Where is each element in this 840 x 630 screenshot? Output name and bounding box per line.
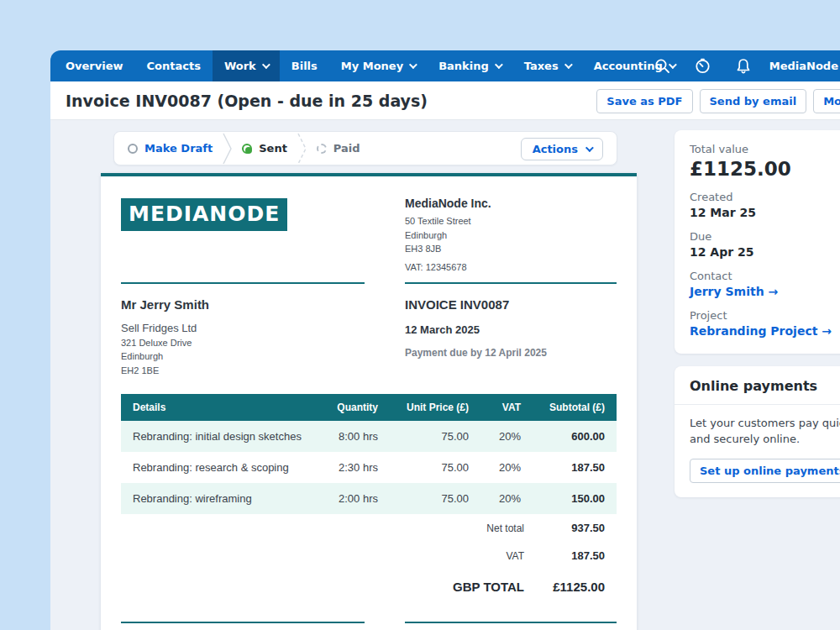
step-separator bbox=[223, 133, 232, 165]
invoice-due-text: Payment due by 12 April 2025 bbox=[405, 347, 617, 359]
divider bbox=[405, 622, 617, 623]
send-by-email-button[interactable]: Send by email bbox=[700, 89, 807, 113]
project-label: Project bbox=[690, 309, 840, 322]
online-payments-text: Let your customers pay quickly and secur… bbox=[675, 405, 840, 448]
invoice-document: MEDIANODE MediaNode Inc. 50 Textile Stre… bbox=[101, 173, 637, 630]
contact-label: Contact bbox=[690, 270, 840, 282]
company-address-line: EH3 8JB bbox=[405, 242, 617, 256]
nav-item-contacts[interactable]: Contacts bbox=[135, 50, 213, 81]
table-header-row: Details Quantity Unit Price (£) VAT Subt… bbox=[121, 394, 617, 421]
created-label: Created bbox=[690, 191, 840, 203]
top-nav: Overview Contacts Work Bills My Money Ba… bbox=[50, 50, 840, 81]
chevron-down-icon bbox=[409, 60, 417, 69]
online-payments-heading: Online payments bbox=[675, 366, 840, 405]
step-sent: Sent bbox=[242, 142, 287, 155]
step-separator-dashed bbox=[297, 133, 307, 165]
nav-item-bills[interactable]: Bills bbox=[280, 50, 329, 81]
company-logo: MEDIANODE bbox=[121, 198, 287, 231]
nav-item-my-money[interactable]: My Money bbox=[329, 50, 427, 81]
nav-right-group: MediaNode bbox=[648, 50, 840, 81]
account-menu[interactable]: MediaNode bbox=[769, 60, 838, 72]
online-payments-card: Online payments Let your customers pay q… bbox=[675, 366, 840, 497]
step-make-draft[interactable]: Make Draft bbox=[128, 142, 213, 155]
col-quantity: Quantity bbox=[314, 394, 390, 421]
project-link[interactable]: Rebranding Project → bbox=[690, 324, 840, 338]
actions-dropdown-button[interactable]: Actions bbox=[521, 138, 603, 160]
save-as-pdf-button[interactable]: Save as PDF bbox=[596, 89, 692, 113]
chevron-down-icon bbox=[495, 60, 503, 69]
bell-icon[interactable] bbox=[729, 50, 758, 81]
page-header: Invoice INV0087 (Open - due in 25 days) … bbox=[50, 81, 840, 120]
table-row: Rebranding: wireframing 2:00 hrs 75.00 2… bbox=[121, 483, 617, 514]
recipient-name: Mr Jerry Smith bbox=[121, 297, 365, 312]
invoice-parties-row: Mr Jerry Smith Sell Fridges Ltd 321 Delu… bbox=[121, 284, 617, 378]
table-row: Rebranding: research & scoping 2:30 hrs … bbox=[121, 452, 617, 483]
chevron-down-icon bbox=[585, 144, 594, 152]
header-buttons: Save as PDF Send by email Mo bbox=[596, 89, 840, 113]
timer-icon[interactable] bbox=[689, 50, 717, 81]
col-details: Details bbox=[121, 394, 314, 421]
chevron-down-icon bbox=[564, 60, 573, 69]
recipient-address-line: EH2 1BE bbox=[121, 364, 365, 378]
table-row: Rebranding: initial design sketches 8:00… bbox=[121, 421, 617, 452]
recipient-address-line: 321 Deluxe Drive bbox=[121, 336, 365, 350]
grand-total-row: GBP TOTAL £1125.00 bbox=[121, 570, 617, 601]
created-value: 12 Mar 25 bbox=[690, 206, 840, 219]
search-icon[interactable] bbox=[648, 50, 677, 81]
col-unit-price: Unit Price (£) bbox=[390, 394, 480, 421]
status-stepper: Make Draft Sent Paid Actions bbox=[113, 131, 617, 165]
col-vat: VAT bbox=[480, 394, 533, 421]
divider bbox=[121, 622, 365, 623]
nav-item-taxes[interactable]: Taxes bbox=[512, 50, 582, 81]
company-vat: VAT: 12345678 bbox=[405, 262, 617, 272]
due-label: Due bbox=[690, 230, 840, 243]
contact-link[interactable]: Jerry Smith → bbox=[690, 285, 840, 298]
due-value: 12 Apr 25 bbox=[690, 245, 840, 259]
invoice-footer-row: Payment Details NatWest Business Banking… bbox=[121, 622, 617, 630]
invoice-date: 12 March 2025 bbox=[405, 323, 617, 336]
invoice-summary-card: Total value £1125.00 Created 12 Mar 25 D… bbox=[675, 130, 840, 354]
draft-circle-icon bbox=[128, 144, 138, 154]
invoice-number-title: INVOICE INV0087 bbox=[405, 297, 617, 312]
step-paid: Paid bbox=[317, 142, 360, 155]
paid-circle-icon bbox=[317, 144, 327, 154]
recipient-company: Sell Fridges Ltd bbox=[121, 322, 365, 334]
chevron-down-icon bbox=[262, 60, 270, 69]
nav-item-overview[interactable]: Overview bbox=[54, 50, 135, 81]
setup-online-payments-button[interactable]: Set up online payments bbox=[690, 459, 840, 483]
company-name: MediaNode Inc. bbox=[405, 197, 617, 210]
total-value-amount: £1125.00 bbox=[690, 158, 840, 180]
sidebar: Total value £1125.00 Created 12 Mar 25 D… bbox=[675, 130, 840, 497]
more-button[interactable]: Mo bbox=[813, 89, 840, 113]
company-address-line: Edinburgh bbox=[405, 228, 617, 243]
page-title: Invoice INV0087 (Open - due in 25 days) bbox=[66, 92, 428, 110]
line-items-table: Details Quantity Unit Price (£) VAT Subt… bbox=[121, 394, 617, 514]
net-total-row: Net total 937.50 bbox=[121, 514, 617, 542]
recipient-address-line: Edinburgh bbox=[121, 349, 365, 364]
vat-total-row: VAT 187.50 bbox=[121, 542, 617, 570]
total-value-label: Total value bbox=[690, 143, 840, 155]
company-address-line: 50 Textile Street bbox=[405, 214, 617, 228]
app-window: Overview Contacts Work Bills My Money Ba… bbox=[50, 50, 840, 630]
sent-radio-icon bbox=[242, 144, 252, 154]
col-subtotal: Subtotal (£) bbox=[533, 394, 617, 421]
invoice-header-row: MEDIANODE MediaNode Inc. 50 Textile Stre… bbox=[121, 197, 617, 284]
content-area: Make Draft Sent Paid Actions MEDIANODE bbox=[50, 120, 840, 630]
nav-item-work[interactable]: Work bbox=[213, 50, 280, 81]
nav-item-banking[interactable]: Banking bbox=[427, 50, 512, 81]
